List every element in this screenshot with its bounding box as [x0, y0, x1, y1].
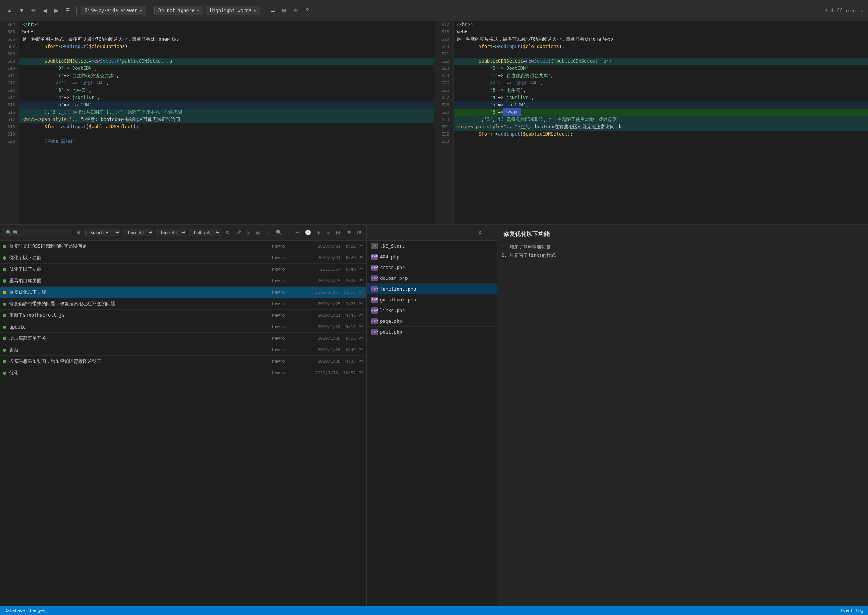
graph-btn[interactable]: ⋮: [264, 228, 272, 236]
git-log-item-10[interactable]: 更新 hewro 2019/1/20, 8:49 PM: [0, 344, 366, 356]
commit-msg-7: 更新了smoothscroll.js: [9, 312, 269, 319]
sep-3: [264, 6, 264, 15]
git-log-panel: 🔍 ⚙ Branch: All User: All Date: All Path…: [0, 225, 367, 615]
commit-date-10: 2019/1/20, 8:49 PM: [306, 347, 363, 352]
file-item-guestbook[interactable]: PHP guestbook.php: [367, 294, 497, 305]
align-btn[interactable]: ⇄: [268, 6, 277, 15]
left-line-609: $publicCDNSelcet = new Select('publicCDN…: [19, 58, 434, 65]
file-name-page: page.php: [380, 319, 492, 324]
statusbar-right[interactable]: Event Log: [840, 608, 863, 613]
grid-btn[interactable]: ⊞: [315, 228, 323, 236]
file-item-cross[interactable]: PHP cross.php: [367, 262, 497, 273]
filter-btn[interactable]: ⊟: [324, 228, 332, 236]
paths-dropdown[interactable]: Paths: All: [189, 229, 221, 236]
commit-msg-3: 优化了以下功能: [9, 266, 269, 273]
commit-dot-8: [3, 326, 6, 329]
commit-author-5: hewro: [272, 290, 303, 295]
commit-author-1: hewro: [272, 244, 303, 249]
git-log-item-8[interactable]: update hewro 2019/1/20, 9:15 PM: [0, 321, 366, 333]
commit-dot-12: [3, 372, 6, 375]
git-log-item-5[interactable]: 修复优化以下功能 hewro 2019/2/15, 12:01 AM: [0, 287, 366, 298]
help-btn[interactable]: ?: [303, 6, 311, 15]
file-item-douban[interactable]: PHP douban.php: [367, 273, 497, 284]
commit-date-8: 2019/1/20, 9:15 PM: [306, 324, 363, 329]
git-log-item-9[interactable]: 增加底部菜单开关 hewro 2019/1/20, 9:01 PM: [0, 333, 366, 344]
sort-desc-btn[interactable]: ↓≡: [354, 228, 363, 236]
left-line-606: 是一种新的图片格式，最多可以减少70%的图片大小，目前只有chrome内核b: [19, 36, 434, 43]
viewer-mode-dropdown[interactable]: Side-by-side viewer ▼: [81, 6, 146, 15]
commit-author-8: hewro: [272, 324, 303, 329]
ignore-mode-dropdown[interactable]: Do not ignore ▼: [154, 6, 203, 15]
tag-btn[interactable]: ◎: [254, 228, 262, 236]
commit-date-3: 2019/3/4, 6:49 PM: [306, 267, 363, 272]
file-item-page[interactable]: PHP page.php: [367, 316, 497, 327]
file-item-functions[interactable]: PHP functions.php: [367, 284, 497, 294]
git-search-input[interactable]: [13, 230, 69, 235]
undo-btn[interactable]: ↩: [294, 228, 302, 236]
highlight-mode-dropdown[interactable]: Highlight words ▼: [206, 6, 260, 15]
nav-forward-btn[interactable]: ▶: [52, 6, 61, 15]
file-item-ds-store[interactable]: DS .DS_Store: [367, 241, 497, 251]
date-dropdown[interactable]: Date: All: [156, 229, 186, 236]
commit-msg-10: 更新: [9, 347, 269, 353]
right-line-numbers-left: 617618619620621 622623624625626 62762862…: [434, 21, 454, 224]
git-log-item-12[interactable]: 优化. hewro 2019/1/13, 10:52 PM: [0, 367, 366, 379]
left-line-616: ),'3',_t('选择公共CDN库'),_t('主题除了使用本地一些静态资: [19, 109, 434, 116]
sort-asc-btn[interactable]: ↑≡: [343, 228, 353, 236]
git-log-item-7[interactable]: 更新了smoothscroll.js hewro 2019/1/21, 4:41…: [0, 310, 366, 321]
nav-back-btn[interactable]: ◀: [41, 6, 50, 15]
file-settings-btn[interactable]: ⚙: [476, 229, 484, 236]
right-line-630: ),'3',_t('选择公共CDN库'),_t('主题除了使用本地一些静态资: [454, 116, 868, 123]
php-icon-douban: PHP: [371, 275, 378, 281]
git-log-item-1[interactable]: 修复时光机RSS订阅源的时间错误问题 hewro 2019/3/31, 8:22…: [0, 241, 366, 252]
ignore-mode-label: Do not ignore: [158, 8, 195, 13]
left-line-604: </br> *: [19, 21, 434, 28]
commit-author-11: hewro: [272, 359, 303, 364]
diff-viewer: 604605606607608 609610611612613 61461561…: [0, 21, 868, 225]
bottom-statusbar: Database Changes Event Log: [0, 606, 868, 615]
refresh-btn[interactable]: ↻: [224, 228, 232, 236]
commit-detail-title: 修复优化以下功能: [503, 231, 862, 238]
file-item-post[interactable]: PHP post.php: [367, 327, 497, 337]
ignore-mode-arrow: ▼: [197, 8, 199, 13]
commit-dot-3: [3, 268, 6, 271]
git-log-item-3[interactable]: 优化了以下功能 hewro 2019/3/4, 6:49 PM: [0, 264, 366, 275]
diff-right-panel: 617618619620621 622623624625626 62762862…: [434, 21, 868, 224]
move-up-btn[interactable]: ▲: [5, 6, 15, 15]
branch-dropdown[interactable]: Branch: All: [85, 229, 120, 236]
commit-author-2: hewro: [272, 255, 303, 260]
git-settings-btn[interactable]: ⚙: [74, 228, 83, 236]
diff-btn[interactable]: ⊟: [244, 228, 252, 236]
php-icon-post: PHP: [371, 329, 378, 335]
file-toolbar: ⚙ —: [367, 225, 497, 241]
commit-dot-2: [3, 256, 6, 260]
commit-msg-5: 修复优化以下功能: [9, 289, 269, 296]
viewer-mode-label: Side-by-side viewer: [85, 8, 137, 13]
left-line-numbers: 604605606607608 609610611612613 61461561…: [0, 21, 19, 224]
commit-date-7: 2019/1/21, 4:41 PM: [306, 313, 363, 318]
commit-dot-7: [3, 314, 6, 317]
columns-btn[interactable]: ⊞: [280, 6, 289, 15]
user-dropdown[interactable]: User: All: [123, 229, 153, 236]
file-item-404[interactable]: PHP 404.php: [367, 251, 497, 262]
edit-btn[interactable]: ✏: [29, 6, 38, 15]
commit-dot-6: [3, 303, 6, 306]
history-btn[interactable]: 🕐: [303, 228, 313, 236]
cherry-pick-btn[interactable]: ⤴: [285, 228, 292, 236]
search-btn[interactable]: 🔍: [274, 228, 284, 236]
git-log-item-2[interactable]: 优化了以下功能 hewro 2019/3/31, 8:20 PM: [0, 252, 366, 264]
group-btn[interactable]: ⊟: [334, 228, 342, 236]
file-list: DS .DS_Store PHP 404.php PHP cross.php P…: [367, 241, 497, 615]
file-minimize-btn[interactable]: —: [485, 229, 494, 236]
branch-btn[interactable]: ⎇: [233, 228, 243, 236]
diff-count: 13 differences: [821, 8, 863, 13]
menu-btn[interactable]: ☰: [63, 6, 73, 15]
git-log-item-6[interactable]: 修复伪静态带来的问题，修复搜索地址栏不变的问题 hewro 2019/1/25,…: [0, 298, 366, 310]
git-log-item-4[interactable]: 重写项目库页面 hewro 2019/2/15, 2:06 PM: [0, 275, 366, 287]
settings-btn[interactable]: ⚙: [291, 6, 301, 15]
git-log-item-11[interactable]: 搜索联想添加动画，增加评论区背景图片动画 hewro 2019/1/20, 4:…: [0, 356, 366, 367]
move-down-btn[interactable]: ▼: [17, 6, 27, 15]
file-item-links[interactable]: PHP links.php: [367, 305, 497, 316]
commit-date-9: 2019/1/20, 9:01 PM: [306, 336, 363, 341]
php-icon-page: PHP: [371, 318, 378, 324]
